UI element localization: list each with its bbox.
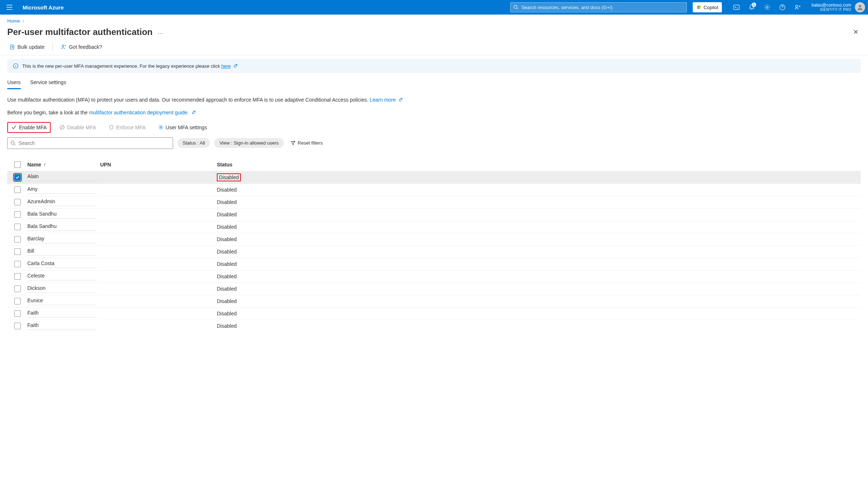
hamburger-icon[interactable] [3,1,16,14]
got-feedback-button[interactable]: Got feedback? [59,43,104,51]
deployment-guide-link[interactable]: multifactor authentication deployment gu… [89,110,189,115]
breadcrumb-home[interactable]: Home [7,18,20,24]
description-line1: Use multifactor authentication (MFA) to … [7,97,861,104]
table-row[interactable]: FaithDisabled [7,320,861,332]
external-icon [192,110,196,115]
tab-users[interactable]: Users [7,78,21,89]
enforce-mfa-label: Enforce MFA [116,125,146,130]
row-checkbox[interactable] [14,248,21,255]
table-header: Name ↑ UPN Status [7,158,861,171]
azure-header: Microsoft Azure Copilot 1 b [0,0,868,15]
table-body: AlainDisabledAmyDisabledAzureAdminDisabl… [7,171,861,332]
row-checkbox[interactable] [14,236,21,243]
row-checkbox[interactable] [14,199,21,205]
chevron-right-icon: › [23,18,24,24]
list-search[interactable] [7,137,173,149]
row-status: Disabled [217,311,861,316]
reset-filters-button[interactable]: Reset filters [290,140,323,146]
user-mfa-settings-label: User MFA settings [166,125,207,130]
row-name: Dickson [27,285,97,293]
learn-more-link[interactable]: Learn more [370,97,396,103]
table-row[interactable]: Bala SandhuDisabled [7,208,861,221]
row-checkbox[interactable] [14,174,21,181]
row-status: Disabled [217,261,861,267]
svg-point-0 [514,5,517,8]
disable-mfa-button: Disable MFA [56,122,99,133]
table-row[interactable]: DicksonDisabled [7,283,861,295]
close-icon[interactable]: ✕ [851,26,861,38]
user-mfa-settings-button[interactable]: User MFA settings [155,122,211,133]
svg-point-4 [699,7,701,9]
row-checkbox[interactable] [14,286,21,292]
cloud-shell-icon[interactable] [730,1,743,14]
enable-mfa-label: Enable MFA [19,125,47,130]
table-row[interactable]: Bala SandhuDisabled [7,221,861,233]
page-content[interactable]: This is the new per-user MFA management … [0,55,868,485]
column-header-status[interactable]: Status [217,162,861,168]
column-header-upn[interactable]: UPN [100,162,217,168]
bulk-update-label: Bulk update [17,44,44,50]
row-name: Amy [27,186,97,194]
row-checkbox[interactable] [14,224,21,230]
more-icon[interactable]: … [158,29,164,35]
row-checkbox[interactable] [14,298,21,304]
table-row[interactable]: AzureAdminDisabled [7,196,861,208]
table-row[interactable]: BillDisabled [7,245,861,258]
column-header-name[interactable]: Name ↑ [27,162,100,168]
tab-service-settings[interactable]: Service settings [30,78,66,89]
enable-mfa-button[interactable]: Enable MFA [7,122,51,133]
enforce-mfa-button: Enforce MFA [105,122,149,133]
row-name: Bala Sandhu [27,211,97,219]
svg-point-8 [795,5,798,7]
filter-row: Status : All View : Sign-in allowed user… [7,137,861,149]
table-row[interactable]: FaithDisabled [7,307,861,320]
table-row[interactable]: AlainDisabled [7,171,861,184]
row-checkbox[interactable] [14,186,21,193]
search-icon [513,5,519,10]
checkmark-icon [11,125,17,130]
list-search-input[interactable] [19,140,170,146]
row-name: Celeste [27,273,97,280]
row-checkbox[interactable] [14,310,21,317]
help-icon[interactable] [776,1,789,14]
global-search-input[interactable] [521,5,684,10]
row-checkbox[interactable] [14,211,21,218]
row-status: Disabled [217,224,861,230]
table-row[interactable]: CelesteDisabled [7,270,861,283]
settings-icon[interactable] [761,1,774,14]
svg-point-10 [62,45,64,47]
row-checkbox[interactable] [14,261,21,267]
bulk-update-button[interactable]: Bulk update [7,43,47,51]
table-row[interactable]: Carla CostaDisabled [7,258,861,270]
row-name: Barclay [27,236,97,243]
header-icons: 1 [730,1,804,14]
table-row[interactable]: BarclayDisabled [7,233,861,245]
table-row[interactable]: AmyDisabled [7,184,861,196]
account-menu[interactable]: balas@contoso.com IDENTITY IT PRO [812,2,865,12]
description-line2: Before you begin, take a look at the mul… [7,110,861,115]
account-subtitle: IDENTITY IT PRO [812,8,851,12]
sort-asc-icon: ↑ [43,162,46,168]
row-checkbox[interactable] [14,273,21,280]
select-all-checkbox[interactable] [14,161,21,168]
row-name: Alain [27,173,97,181]
notifications-icon[interactable]: 1 [745,1,758,14]
feedback-icon[interactable] [791,1,804,14]
copilot-button[interactable]: Copilot [693,2,722,12]
brand-label[interactable]: Microsoft Azure [23,4,64,11]
global-search[interactable] [510,2,687,12]
row-name: Faith [27,322,97,330]
mfa-commands: Enable MFA Disable MFA Enforce MFA User … [7,122,861,133]
view-filter-pill[interactable]: View : Sign-in allowed users [214,138,284,148]
copilot-label: Copilot [704,5,718,10]
row-status: Disabled [217,273,861,279]
notification-badge: 1 [752,3,756,7]
banner-link[interactable]: here [221,63,231,69]
banner-text: This is the new per-user MFA management … [22,63,221,69]
table-row[interactable]: EuniceDisabled [7,295,861,307]
breadcrumb: Home › [0,15,868,24]
row-checkbox[interactable] [14,323,21,329]
feedback-person-icon [61,44,67,50]
reset-filters-label: Reset filters [298,140,323,146]
status-filter-pill[interactable]: Status : All [177,138,210,148]
